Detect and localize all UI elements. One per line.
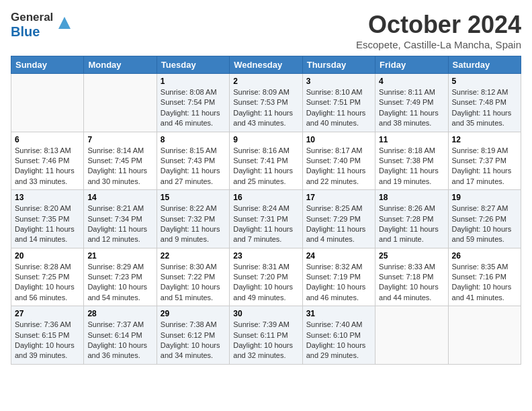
calendar-body: 1Sunrise: 8:08 AMSunset: 7:54 PMDaylight… [11, 74, 521, 365]
weekday-saturday: Saturday [448, 56, 521, 74]
day-info: Sunrise: 8:16 AMSunset: 7:41 PMDaylight:… [233, 146, 298, 187]
weekday-thursday: Thursday [302, 56, 375, 74]
calendar-cell: 14Sunrise: 8:21 AMSunset: 7:34 PMDayligh… [84, 190, 157, 248]
calendar-cell: 16Sunrise: 8:24 AMSunset: 7:31 PMDayligh… [230, 190, 302, 248]
day-number: 28 [87, 309, 152, 318]
day-info: Sunrise: 8:27 AMSunset: 7:26 PMDaylight:… [452, 203, 517, 245]
calendar-cell: 22Sunrise: 8:30 AMSunset: 7:22 PMDayligh… [157, 248, 229, 306]
calendar-cell: 27Sunrise: 7:36 AMSunset: 6:15 PMDayligh… [11, 306, 84, 365]
calendar-cell: 4Sunrise: 8:11 AMSunset: 7:49 PMDaylight… [375, 74, 448, 132]
calendar-cell [11, 74, 84, 132]
calendar-cell: 10Sunrise: 8:17 AMSunset: 7:40 PMDayligh… [302, 132, 375, 190]
calendar-cell: 24Sunrise: 8:32 AMSunset: 7:19 PMDayligh… [302, 248, 375, 306]
weekday-monday: Monday [84, 56, 157, 74]
calendar-cell: 7Sunrise: 8:14 AMSunset: 7:45 PMDaylight… [84, 132, 157, 190]
day-info: Sunrise: 8:12 AMSunset: 7:48 PMDaylight:… [452, 87, 517, 129]
calendar-cell: 1Sunrise: 8:08 AMSunset: 7:54 PMDaylight… [157, 74, 229, 132]
calendar-cell: 20Sunrise: 8:28 AMSunset: 7:25 PMDayligh… [11, 248, 84, 306]
day-number: 2 [233, 77, 298, 86]
logo-general: General [11, 11, 53, 24]
day-info: Sunrise: 8:17 AMSunset: 7:40 PMDaylight:… [306, 146, 371, 187]
day-info: Sunrise: 8:35 AMSunset: 7:16 PMDaylight:… [452, 262, 517, 304]
weekday-wednesday: Wednesday [230, 56, 302, 74]
day-number: 23 [233, 251, 298, 261]
day-info: Sunrise: 8:26 AMSunset: 7:28 PMDaylight:… [379, 203, 444, 245]
week-row-4: 20Sunrise: 8:28 AMSunset: 7:25 PMDayligh… [11, 248, 521, 306]
day-number: 26 [452, 251, 517, 261]
day-info: Sunrise: 8:18 AMSunset: 7:38 PMDaylight:… [379, 146, 444, 187]
day-info: Sunrise: 8:10 AMSunset: 7:51 PMDaylight:… [306, 87, 371, 129]
day-number: 10 [306, 135, 371, 144]
day-number: 6 [15, 135, 80, 144]
day-number: 13 [15, 193, 80, 202]
calendar-cell [448, 306, 521, 365]
calendar-cell [375, 306, 448, 365]
title-block: October 2024 Escopete, Castille-La Manch… [356, 11, 521, 50]
day-info: Sunrise: 7:37 AMSunset: 6:14 PMDaylight:… [87, 320, 152, 361]
day-number: 8 [161, 135, 226, 144]
calendar-cell: 15Sunrise: 8:22 AMSunset: 7:32 PMDayligh… [157, 190, 229, 248]
day-number: 12 [452, 135, 517, 144]
calendar-cell: 29Sunrise: 7:38 AMSunset: 6:12 PMDayligh… [157, 306, 229, 365]
week-row-5: 27Sunrise: 7:36 AMSunset: 6:15 PMDayligh… [11, 306, 521, 365]
day-number: 24 [306, 251, 371, 261]
day-info: Sunrise: 7:38 AMSunset: 6:12 PMDaylight:… [161, 320, 226, 361]
day-number: 16 [233, 193, 298, 202]
calendar-cell: 17Sunrise: 8:25 AMSunset: 7:29 PMDayligh… [302, 190, 375, 248]
day-info: Sunrise: 8:31 AMSunset: 7:20 PMDaylight:… [233, 262, 298, 304]
calendar-cell: 26Sunrise: 8:35 AMSunset: 7:16 PMDayligh… [448, 248, 521, 306]
day-info: Sunrise: 8:08 AMSunset: 7:54 PMDaylight:… [161, 87, 226, 129]
month-title: October 2024 [356, 11, 521, 39]
page-header: General Blue October 2024 Escopete, Cast… [11, 11, 521, 50]
week-row-1: 1Sunrise: 8:08 AMSunset: 7:54 PMDaylight… [11, 74, 521, 132]
day-info: Sunrise: 7:36 AMSunset: 6:15 PMDaylight:… [15, 320, 80, 361]
logo-arrow-icon [57, 15, 72, 30]
calendar-cell: 28Sunrise: 7:37 AMSunset: 6:14 PMDayligh… [84, 306, 157, 365]
day-info: Sunrise: 8:11 AMSunset: 7:49 PMDaylight:… [379, 87, 444, 129]
day-number: 19 [452, 193, 517, 202]
day-number: 15 [161, 193, 226, 202]
day-number: 31 [306, 309, 371, 318]
day-info: Sunrise: 8:30 AMSunset: 7:22 PMDaylight:… [161, 262, 226, 304]
day-info: Sunrise: 7:40 AMSunset: 6:10 PMDaylight:… [306, 320, 371, 361]
day-number: 9 [233, 135, 298, 144]
day-info: Sunrise: 7:39 AMSunset: 6:11 PMDaylight:… [233, 320, 298, 361]
day-info: Sunrise: 8:25 AMSunset: 7:29 PMDaylight:… [306, 203, 371, 245]
day-number: 17 [306, 193, 371, 202]
day-info: Sunrise: 8:20 AMSunset: 7:35 PMDaylight:… [15, 203, 80, 245]
weekday-sunday: Sunday [11, 56, 84, 74]
week-row-2: 6Sunrise: 8:13 AMSunset: 7:46 PMDaylight… [11, 132, 521, 190]
day-number: 25 [379, 251, 444, 261]
calendar-cell: 9Sunrise: 8:16 AMSunset: 7:41 PMDaylight… [230, 132, 302, 190]
day-number: 29 [161, 309, 226, 318]
svg-marker-0 [58, 17, 71, 29]
day-number: 14 [87, 193, 152, 202]
day-number: 5 [452, 77, 517, 86]
calendar-cell: 25Sunrise: 8:33 AMSunset: 7:18 PMDayligh… [375, 248, 448, 306]
day-number: 1 [161, 77, 226, 86]
calendar-cell: 21Sunrise: 8:29 AMSunset: 7:23 PMDayligh… [84, 248, 157, 306]
calendar-cell: 13Sunrise: 8:20 AMSunset: 7:35 PMDayligh… [11, 190, 84, 248]
calendar-cell: 31Sunrise: 7:40 AMSunset: 6:10 PMDayligh… [302, 306, 375, 365]
day-info: Sunrise: 8:19 AMSunset: 7:37 PMDaylight:… [452, 146, 517, 187]
calendar-cell: 12Sunrise: 8:19 AMSunset: 7:37 PMDayligh… [448, 132, 521, 190]
week-row-3: 13Sunrise: 8:20 AMSunset: 7:35 PMDayligh… [11, 190, 521, 248]
day-number: 30 [233, 309, 298, 318]
calendar-cell: 30Sunrise: 7:39 AMSunset: 6:11 PMDayligh… [230, 306, 302, 365]
location: Escopete, Castille-La Mancha, Spain [356, 39, 521, 50]
day-info: Sunrise: 8:22 AMSunset: 7:32 PMDaylight:… [161, 203, 226, 245]
day-info: Sunrise: 8:29 AMSunset: 7:23 PMDaylight:… [87, 262, 152, 304]
calendar-cell: 5Sunrise: 8:12 AMSunset: 7:48 PMDaylight… [448, 74, 521, 132]
calendar-table: SundayMondayTuesdayWednesdayThursdayFrid… [11, 56, 521, 365]
calendar-cell: 8Sunrise: 8:15 AMSunset: 7:43 PMDaylight… [157, 132, 229, 190]
calendar-cell: 3Sunrise: 8:10 AMSunset: 7:51 PMDaylight… [302, 74, 375, 132]
weekday-header-row: SundayMondayTuesdayWednesdayThursdayFrid… [11, 56, 521, 74]
calendar-cell: 11Sunrise: 8:18 AMSunset: 7:38 PMDayligh… [375, 132, 448, 190]
weekday-tuesday: Tuesday [157, 56, 229, 74]
logo: General Blue [11, 11, 72, 40]
day-info: Sunrise: 8:14 AMSunset: 7:45 PMDaylight:… [87, 146, 152, 187]
day-info: Sunrise: 8:13 AMSunset: 7:46 PMDaylight:… [15, 146, 80, 187]
day-number: 22 [161, 251, 226, 261]
day-info: Sunrise: 8:24 AMSunset: 7:31 PMDaylight:… [233, 203, 298, 245]
day-number: 18 [379, 193, 444, 202]
